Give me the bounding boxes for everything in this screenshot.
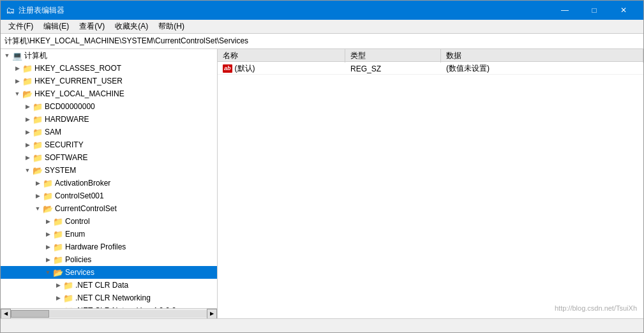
expand-enum[interactable]: ▶ (43, 229, 53, 239)
watermark: http://blog.csdn.net/TsuiXh (555, 304, 637, 312)
address-bar: 计算机\HKEY_LOCAL_MACHINE\SYSTEM\CurrentCon… (1, 34, 643, 49)
folder-policies: 📁 (53, 255, 63, 265)
close-button[interactable]: ✕ (609, 1, 638, 20)
tree-node-controlset001[interactable]: ▶ 📁 ControlSet001 (1, 189, 217, 202)
detail-cell-type: REG_SZ (345, 63, 441, 75)
expand-netclrnetworking[interactable]: ▶ (53, 293, 63, 303)
folder-netclrdata: 📁 (63, 281, 73, 290)
expand-activationbroker[interactable]: ▶ (33, 178, 43, 188)
expand-bcd[interactable]: ▶ (22, 101, 33, 112)
expand-system[interactable]: ▼ (22, 165, 33, 175)
main-content: ▼ 💻 计算机 ▶ 📁 HKEY_CLASSES_ROOT ▶ 📁 HKEY_C… (1, 49, 643, 318)
folder-enum: 📁 (53, 230, 63, 239)
folder-bcd: 📁 (33, 102, 43, 112)
tree-node-hklm[interactable]: ▼ 📂 HKEY_LOCAL_MACHINE (1, 87, 217, 100)
tree-node-enum[interactable]: ▶ 📁 Enum (1, 228, 217, 241)
expand-hkcr[interactable]: ▶ (12, 63, 22, 73)
tree-label-hwprofiles: Hardware Profiles (65, 242, 126, 251)
tree-label-control: Control (65, 217, 90, 226)
tree-node-control[interactable]: ▶ 📁 Control (1, 215, 217, 228)
expand-sam[interactable]: ▶ (22, 127, 33, 137)
tree-node-hkcr[interactable]: ▶ 📁 HKEY_CLASSES_ROOT (1, 62, 217, 75)
title-bar-controls: — □ ✕ (550, 1, 638, 20)
col-header-name[interactable]: 名称 (218, 49, 345, 63)
tree-node-policies[interactable]: ▶ 📁 Policies (1, 253, 217, 266)
tree-node-bcd[interactable]: ▶ 📁 BCD00000000 (1, 100, 217, 113)
menu-edit[interactable]: 编辑(E) (38, 20, 74, 33)
tree-node-activationbroker[interactable]: ▶ 📁 ActivationBroker (1, 177, 217, 189)
computer-icon: 💻 (12, 51, 22, 61)
folder-services: 📂 (53, 268, 63, 278)
folder-activationbroker: 📁 (43, 179, 53, 188)
expand-netclrdata[interactable]: ▶ (53, 280, 63, 290)
maximize-button[interactable]: □ (580, 1, 609, 20)
detail-row-default[interactable]: ab (默认) REG_SZ (数值未设置) (218, 62, 643, 75)
detail-cell-name: ab (默认) (218, 62, 345, 75)
tree-node-currentcontrolset[interactable]: ▼ 📂 CurrentControlSet (1, 202, 217, 215)
minimize-button[interactable]: — (550, 1, 580, 20)
ab-icon: ab (223, 64, 232, 73)
tree-label-services: Services (65, 268, 94, 277)
detail-header: 名称 类型 数据 (218, 49, 643, 62)
expand-policies[interactable]: ▶ (43, 255, 53, 265)
tree-node-netclrdata[interactable]: ▶ 📁 .NET CLR Data (1, 279, 217, 292)
expand-hklm[interactable]: ▼ (12, 89, 22, 99)
expand-hardware[interactable]: ▶ (22, 114, 33, 124)
tree-label-policies: Policies (65, 255, 91, 264)
expand-hwprofiles[interactable]: ▶ (43, 242, 53, 252)
menu-file[interactable]: 文件(F) (3, 20, 38, 33)
tree-node-services[interactable]: ▼ 📂 Services (1, 266, 217, 279)
detail-cell-data: (数值未设置) (441, 62, 643, 75)
tree-panel[interactable]: ▼ 💻 计算机 ▶ 📁 HKEY_CLASSES_ROOT ▶ 📁 HKEY_C… (1, 49, 218, 318)
tree-label-controlset001: ControlSet001 (55, 191, 104, 200)
app-icon: 🗂 (6, 5, 15, 15)
col-header-type[interactable]: 类型 (345, 49, 441, 63)
tree-node-computer[interactable]: ▼ 💻 计算机 (1, 49, 217, 62)
tree-label-activationbroker: ActivationBroker (55, 179, 110, 188)
menu-bar: 文件(F) 编辑(E) 查看(V) 收藏夹(A) 帮助(H) (1, 20, 643, 34)
tree-label-hklm: HKEY_LOCAL_MACHINE (34, 89, 124, 98)
expand-controlset001[interactable]: ▶ (33, 191, 43, 201)
scroll-right[interactable]: ▶ (207, 309, 217, 319)
status-bar (1, 318, 643, 332)
expand-computer[interactable]: ▼ (2, 50, 12, 61)
folder-hkcu: 📁 (22, 77, 33, 86)
title-bar: 🗂 注册表编辑器 — □ ✕ (1, 1, 643, 20)
tree-label-currentcontrolset: CurrentControlSet (55, 204, 117, 213)
tree-scrollbar-h[interactable]: ◀ ▶ (1, 308, 217, 318)
scroll-thumb-h[interactable] (11, 310, 49, 318)
tree-label-software: SOFTWARE (45, 153, 88, 162)
tree-label-netclrnetworking: .NET CLR Networking (75, 293, 151, 302)
expand-software[interactable]: ▶ (22, 152, 33, 163)
expand-hkcu[interactable]: ▶ (12, 76, 22, 86)
expand-control[interactable]: ▶ (43, 216, 53, 226)
folder-security: 📁 (33, 140, 43, 150)
scroll-left[interactable]: ◀ (1, 309, 11, 319)
tree-node-netclrnetworking[interactable]: ▶ 📁 .NET CLR Networking (1, 292, 217, 304)
tree-node-hardware[interactable]: ▶ 📁 HARDWARE (1, 113, 217, 126)
address-text: 计算机\HKEY_LOCAL_MACHINE\SYSTEM\CurrentCon… (4, 36, 248, 47)
menu-help[interactable]: 帮助(H) (153, 20, 190, 33)
tree-node-sam[interactable]: ▶ 📁 SAM (1, 126, 217, 138)
window-title: 注册表编辑器 (19, 5, 64, 16)
expand-services[interactable]: ▼ (43, 267, 53, 278)
tree-node-security[interactable]: ▶ 📁 SECURITY (1, 138, 217, 151)
tree-node-hwprofiles[interactable]: ▶ 📁 Hardware Profiles (1, 241, 217, 253)
folder-hkcr: 📁 (22, 64, 33, 73)
expand-security[interactable]: ▶ (22, 140, 33, 150)
tree-label-hardware: HARDWARE (45, 115, 89, 124)
detail-panel: 名称 类型 数据 ab (默认) REG_SZ (数值未设置) http://b… (218, 49, 643, 318)
col-header-data[interactable]: 数据 (441, 49, 643, 63)
tree-node-system[interactable]: ▼ 📂 SYSTEM (1, 164, 217, 177)
registry-editor-window: 🗂 注册表编辑器 — □ ✕ 文件(F) 编辑(E) 查看(V) 收藏夹(A) … (0, 0, 644, 333)
tree-label-hkcu: HKEY_CURRENT_USER (34, 77, 123, 85)
tree-node-hkcu[interactable]: ▶ 📁 HKEY_CURRENT_USER (1, 75, 217, 87)
menu-favorites[interactable]: 收藏夹(A) (110, 20, 153, 33)
expand-currentcontrolset[interactable]: ▼ (33, 204, 43, 214)
folder-currentcontrolset: 📂 (43, 204, 53, 214)
title-bar-left: 🗂 注册表编辑器 (6, 5, 64, 16)
tree-node-software[interactable]: ▶ 📁 SOFTWARE (1, 151, 217, 164)
menu-view[interactable]: 查看(V) (74, 20, 110, 33)
tree-label-bcd: BCD00000000 (45, 102, 95, 111)
detail-name-value: (默认) (235, 63, 255, 74)
